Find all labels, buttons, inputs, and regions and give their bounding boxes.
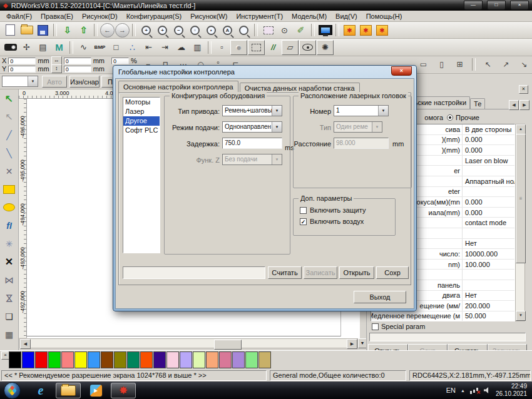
array-copy-3-icon[interactable]: ✱ bbox=[374, 23, 390, 37]
palette-swatch[interactable] bbox=[258, 351, 271, 368]
minimize-button[interactable]: — bbox=[464, 1, 483, 10]
panel-scrollbar[interactable]: ▲ ≡ ▼ bbox=[515, 124, 525, 321]
palette-swatch[interactable] bbox=[35, 351, 48, 368]
panel-tab[interactable]: Те bbox=[470, 98, 485, 109]
save-file-icon[interactable] bbox=[35, 23, 51, 37]
node-tool-icon[interactable]: ∴ bbox=[125, 41, 140, 54]
undo-icon[interactable]: ← bbox=[100, 23, 115, 38]
setting-value[interactable]: 200.000 bbox=[462, 301, 514, 311]
menu-item[interactable]: Рисунок(D) bbox=[78, 12, 122, 21]
h-distance-icon[interactable]: ⇤ bbox=[141, 41, 156, 54]
menu-item[interactable]: Помощь(H) bbox=[362, 12, 407, 21]
setting-value[interactable] bbox=[462, 280, 514, 290]
chevron-down-icon[interactable]: ▼ bbox=[378, 106, 388, 116]
import-icon[interactable]: ⇩ bbox=[59, 23, 75, 37]
setting-value[interactable] bbox=[462, 166, 514, 176]
render-ball-icon[interactable]: ● bbox=[230, 40, 247, 55]
horizontal-scrollbar[interactable]: ◀ ▶ bbox=[19, 338, 358, 348]
feed-mode-combo[interactable]: Однонаправлен ▼ bbox=[222, 121, 282, 133]
zoom-pan-icon[interactable]: + bbox=[138, 23, 154, 37]
preview-monitor-icon[interactable] bbox=[317, 23, 333, 37]
marquee-icon[interactable] bbox=[260, 23, 276, 37]
palette-swatch[interactable] bbox=[140, 351, 153, 368]
select-region-icon[interactable] bbox=[248, 40, 265, 55]
palette-swatch[interactable] bbox=[180, 351, 192, 368]
taskbar-clock[interactable]: 22:49 26.10.2021 bbox=[496, 383, 527, 398]
menu-item[interactable]: Правка(E) bbox=[36, 12, 78, 21]
checkbox-icon[interactable] bbox=[372, 323, 379, 330]
node-edit-tool-icon[interactable]: ↖ bbox=[0, 108, 18, 126]
setting-value[interactable]: 10000.000 bbox=[462, 249, 514, 259]
height-field[interactable]: 0 bbox=[64, 66, 91, 73]
tab-scroll-right-icon[interactable]: ▶ bbox=[519, 100, 529, 110]
export-icon[interactable]: ⇧ bbox=[76, 23, 91, 37]
maximize-button[interactable]: □ bbox=[487, 1, 506, 10]
align-box-1-icon[interactable]: ▭ bbox=[416, 58, 431, 71]
x-position-field[interactable]: 0 bbox=[8, 58, 36, 64]
array-grid-tool-icon[interactable]: ▦ bbox=[0, 325, 18, 343]
write-button[interactable]: Записать bbox=[304, 266, 337, 279]
palette-swatch[interactable] bbox=[48, 351, 61, 368]
radio-selected-icon[interactable] bbox=[447, 114, 453, 121]
menu-item[interactable]: Вид(V) bbox=[331, 12, 362, 21]
network-icon[interactable]: ✕ bbox=[470, 386, 479, 394]
skew-tool-icon[interactable]: ▱ bbox=[282, 40, 299, 55]
scrollbar-thumb[interactable] bbox=[214, 340, 242, 350]
zoom-all-icon[interactable]: ▪ bbox=[203, 23, 219, 37]
taskbar-media-player-button[interactable]: ▶ bbox=[83, 383, 108, 398]
delay-field[interactable]: 750.0 bbox=[222, 138, 282, 149]
palette-swatch[interactable] bbox=[9, 351, 21, 368]
polyline-tool-icon[interactable]: ╲ bbox=[0, 144, 18, 162]
drive-type-combo[interactable]: Ремень+шаговы ▼ bbox=[222, 105, 282, 116]
scroll-down-icon[interactable]: ▼ bbox=[516, 311, 526, 321]
zoom-in-icon[interactable]: + bbox=[155, 23, 170, 37]
zoom-view-icon[interactable] bbox=[236, 23, 252, 37]
taskbar-ie-button[interactable]: e bbox=[28, 383, 53, 398]
snap-dot-icon[interactable]: ⊙ bbox=[277, 23, 292, 37]
setting-value[interactable]: 0.000 bbox=[462, 208, 514, 218]
menu-item[interactable]: Инструмент(T) bbox=[232, 12, 287, 21]
hatch-lines-icon[interactable]: // bbox=[265, 41, 281, 54]
special-param-checkbox[interactable]: Special param bbox=[372, 323, 425, 330]
scroll-right-button[interactable]: ▶ bbox=[347, 339, 357, 349]
palette-swatch[interactable] bbox=[114, 351, 126, 368]
dialog-close-button[interactable]: × bbox=[391, 66, 412, 76]
category-list-item[interactable]: Софт PLC bbox=[123, 126, 160, 135]
setting-value[interactable]: Нет bbox=[462, 239, 514, 249]
select-tool-icon[interactable]: ↖ bbox=[0, 89, 18, 108]
open-button[interactable]: Открыть bbox=[339, 266, 374, 279]
open-file-icon[interactable] bbox=[19, 23, 34, 37]
zoom-page-icon[interactable]: ▫ bbox=[187, 23, 203, 37]
setting-value[interactable]: 0.000 bbox=[462, 145, 514, 155]
delete-tool-icon[interactable]: ✕ bbox=[0, 253, 18, 271]
palette-swatch[interactable] bbox=[153, 351, 166, 368]
read-button[interactable]: Считать bbox=[268, 266, 302, 279]
align-box-2-icon[interactable]: ▯ bbox=[434, 58, 449, 71]
scroll-down-button[interactable]: ▼ bbox=[358, 338, 367, 348]
bezier-tool-icon[interactable]: ✕ bbox=[0, 162, 18, 180]
palette-swatch[interactable] bbox=[61, 351, 74, 368]
scroll-up-icon[interactable]: ▲ bbox=[516, 124, 526, 134]
auto-button[interactable]: Авто bbox=[42, 76, 67, 88]
setting-value[interactable] bbox=[462, 270, 514, 280]
output-device-icon[interactable] bbox=[3, 41, 18, 54]
category-list-item[interactable]: Лазер bbox=[123, 107, 160, 116]
checkbox-icon[interactable] bbox=[300, 207, 307, 214]
align-center-icon[interactable]: ⊞ bbox=[452, 58, 468, 71]
v-link-button[interactable]: ↕ bbox=[51, 64, 62, 73]
panel-save-button[interactable]: Сохр bbox=[408, 344, 448, 350]
corner-tr-icon[interactable]: ↗ bbox=[498, 58, 514, 71]
chevron-down-icon[interactable]: ▼ bbox=[28, 76, 38, 86]
frame-tool-icon[interactable]: □ bbox=[108, 41, 124, 54]
tray-expand-icon[interactable]: ▲ bbox=[461, 388, 465, 393]
palette-swatch[interactable] bbox=[166, 351, 179, 368]
palette-swatch[interactable] bbox=[127, 351, 140, 368]
data-list-icon[interactable]: ▥ bbox=[190, 41, 205, 54]
palette-swatch[interactable] bbox=[232, 351, 245, 368]
width-field[interactable]: 0 bbox=[64, 58, 91, 64]
palette-swatch[interactable] bbox=[219, 351, 232, 368]
menu-item[interactable]: Рисунок(W) bbox=[186, 12, 232, 21]
line-tool-icon[interactable]: ╱ bbox=[0, 126, 18, 144]
rect-tool-icon[interactable] bbox=[0, 180, 18, 198]
taskbar-rdworks-button[interactable]: ✸ bbox=[111, 383, 136, 398]
